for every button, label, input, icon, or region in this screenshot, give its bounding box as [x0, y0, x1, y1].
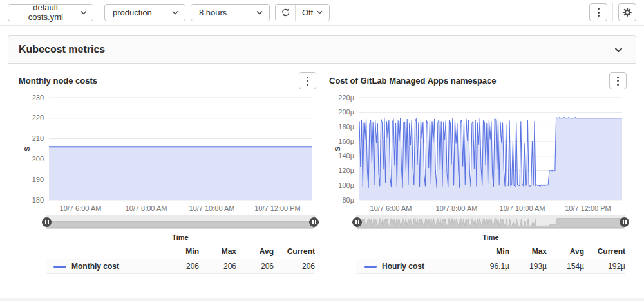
svg-text:10/7 10:00 AM: 10/7 10:00 AM: [189, 205, 235, 212]
svg-text:190: 190: [32, 176, 44, 183]
slider-handle-left[interactable]: [352, 217, 362, 227]
chevron-down-icon: [80, 10, 86, 15]
time-range-dropdown-value: 8 hours: [199, 8, 227, 17]
series-current: 192µ: [584, 262, 625, 271]
chart-legend: Min Max Avg Current Hourly cost 96.1µ 19…: [356, 246, 625, 274]
series-max: 206: [199, 262, 236, 271]
slider-handle-left[interactable]: [42, 217, 52, 227]
dashboard-file-dropdown[interactable]: default costs.yml: [8, 4, 93, 21]
legend-header-current: Current: [584, 247, 625, 256]
toolbar-separator: [99, 3, 99, 21]
series-name: Monthly cost: [71, 262, 119, 271]
x-axis-label: Time: [356, 229, 625, 241]
svg-text:220µ: 220µ: [338, 94, 354, 102]
series-marker: [53, 266, 66, 268]
refresh-interval-value: Off: [302, 8, 313, 17]
chevron-down-icon: [317, 10, 323, 14]
toolbar-separator: [612, 3, 613, 21]
svg-text:210: 210: [32, 134, 44, 142]
svg-text:180: 180: [32, 196, 44, 204]
environment-dropdown[interactable]: production: [104, 4, 185, 21]
legend-header-avg: Avg: [547, 247, 584, 256]
time-range-slider[interactable]: [46, 215, 315, 229]
svg-text:120µ: 120µ: [338, 167, 354, 174]
environment-dropdown-value: production: [113, 8, 152, 17]
panel-title: Monthly node costs: [19, 76, 97, 86]
next-section-edge: [0, 298, 644, 301]
chevron-down-icon: [172, 10, 178, 15]
svg-text:10/7 6:00 AM: 10/7 6:00 AM: [370, 205, 412, 212]
settings-button[interactable]: [618, 3, 636, 21]
slider-handle-right[interactable]: [309, 217, 319, 227]
svg-text:100µ: 100µ: [338, 181, 354, 189]
svg-text:200µ: 200µ: [338, 108, 354, 116]
legend-header-current: Current: [274, 247, 315, 256]
x-axis-label: Time: [46, 229, 315, 241]
kubecost-metrics-section: Kubecost metrics Monthly node costs 2302…: [8, 35, 636, 301]
more-actions-button[interactable]: [589, 3, 607, 21]
svg-text:10/7 10:00 AM: 10/7 10:00 AM: [500, 205, 545, 212]
gear-icon: [622, 7, 632, 17]
chart-legend: Min Max Avg Current Monthly cost 206 206…: [46, 246, 315, 274]
kebab-icon: [598, 8, 600, 17]
refresh-control-group: Off: [275, 4, 330, 21]
refresh-interval-dropdown[interactable]: Off: [295, 5, 329, 21]
legend-header-avg: Avg: [236, 247, 274, 256]
panel-monthly-node-costs: Monthly node costs 230220210200190180$10…: [19, 71, 316, 274]
toolbar-divider: [0, 25, 644, 26]
svg-text:10/7 12:00 PM: 10/7 12:00 PM: [565, 205, 611, 212]
section-header[interactable]: Kubecost metrics: [8, 36, 636, 64]
series-max: 193µ: [509, 262, 547, 271]
svg-text:10/7 8:00 AM: 10/7 8:00 AM: [126, 205, 167, 212]
panel-managed-apps-cost: Cost of GitLab Managed Apps namespace 22…: [329, 71, 627, 274]
kebab-icon: [307, 77, 308, 86]
svg-text:80µ: 80µ: [342, 196, 354, 204]
dashboard-file-dropdown-value: default costs.yml: [16, 3, 75, 22]
panel-more-actions-button[interactable]: [609, 72, 627, 89]
svg-text:10/7 6:00 AM: 10/7 6:00 AM: [60, 205, 102, 212]
series-min: 206: [162, 262, 199, 271]
legend-row-monthly-cost[interactable]: Monthly cost 206 206 206 206: [46, 259, 315, 274]
dashboard-toolbar: default costs.yml production 8 hours Off: [0, 0, 644, 24]
svg-text:220: 220: [32, 114, 44, 122]
legend-header-max: Max: [509, 247, 547, 256]
managed-apps-cost-chart: 220µ200µ180µ160µ140µ120µ100µ80µ$10/7 6:0…: [329, 93, 627, 214]
slider-handle-right[interactable]: [620, 217, 629, 227]
series-avg: 154µ: [547, 262, 584, 271]
section-title: Kubecost metrics: [19, 44, 105, 55]
svg-text:140µ: 140µ: [338, 152, 354, 160]
chevron-down-icon: [256, 10, 263, 15]
svg-text:10/7 12:00 PM: 10/7 12:00 PM: [254, 205, 301, 212]
svg-text:$: $: [334, 147, 341, 150]
time-range-dropdown[interactable]: 8 hours: [191, 4, 270, 21]
svg-text:160µ: 160µ: [338, 138, 354, 145]
section-collapse-button[interactable]: [612, 44, 625, 55]
slider-minimap: [47, 216, 314, 228]
legend-header-min: Min: [162, 247, 199, 256]
svg-text:10/7 8:00 AM: 10/7 8:00 AM: [436, 205, 478, 212]
legend-header-min: Min: [472, 247, 509, 256]
slider-minimap: [357, 216, 624, 228]
time-range-slider[interactable]: [356, 215, 625, 229]
svg-text:200: 200: [32, 155, 44, 163]
series-marker: [364, 266, 377, 268]
monthly-node-costs-chart: 230220210200190180$10/7 6:00 AM10/7 8:00…: [19, 93, 316, 214]
kebab-icon: [617, 77, 619, 86]
legend-header-max: Max: [199, 247, 236, 256]
svg-text:180µ: 180µ: [338, 123, 354, 131]
series-current: 206: [274, 262, 315, 271]
svg-text:$: $: [23, 147, 31, 150]
panel-more-actions-button[interactable]: [299, 72, 316, 89]
refresh-button[interactable]: [276, 5, 295, 21]
legend-row-hourly-cost[interactable]: Hourly cost 96.1µ 193µ 154µ 192µ: [356, 259, 625, 274]
series-avg: 206: [236, 262, 274, 271]
refresh-icon: [281, 8, 290, 17]
svg-text:230: 230: [32, 94, 44, 102]
series-min: 96.1µ: [472, 262, 509, 271]
chevron-down-icon: [614, 47, 623, 53]
panel-title: Cost of GitLab Managed Apps namespace: [329, 76, 497, 86]
series-name: Hourly cost: [382, 262, 424, 271]
